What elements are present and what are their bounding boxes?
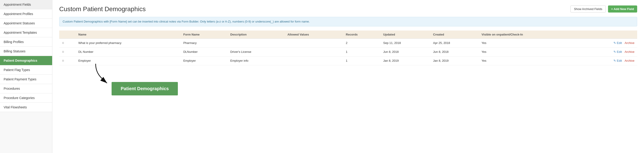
sidebar-item-patient-demographics[interactable]: Patient Demographics bbox=[0, 56, 52, 65]
row-allowed-values bbox=[285, 38, 343, 47]
row-name: DL Number bbox=[76, 47, 180, 56]
sidebar-item-billing-profiles[interactable]: Billing Profiles bbox=[0, 37, 52, 47]
toolbar: Show Archived Fields + Add New Field bbox=[570, 6, 637, 12]
table-row: ≡ Employer Employer Employer info 1 Jan … bbox=[59, 56, 637, 65]
annotation-label: Patient Demographics bbox=[112, 82, 178, 96]
drag-handle[interactable]: ≡ bbox=[59, 47, 76, 56]
table-header: Name Form Name Description Allowed Value… bbox=[59, 30, 637, 39]
sidebar-item-procedures[interactable]: Procedures bbox=[0, 84, 52, 93]
row-visible: Yes bbox=[479, 47, 580, 56]
col-drag bbox=[59, 30, 76, 39]
row-allowed-values bbox=[285, 47, 343, 56]
archive-button[interactable]: Archive bbox=[625, 50, 634, 54]
info-box: Custom Patient Demographics with [Form N… bbox=[59, 17, 637, 26]
demographics-table: Name Form Name Description Allowed Value… bbox=[59, 30, 637, 65]
edit-button[interactable]: ✎ Edit bbox=[614, 59, 622, 62]
row-records: 1 bbox=[343, 56, 380, 65]
row-visible: Yes bbox=[479, 56, 580, 65]
row-description bbox=[228, 38, 285, 47]
row-visible: Yes bbox=[479, 38, 580, 47]
row-form-name: DLNumber bbox=[180, 47, 228, 56]
row-name: Employer bbox=[76, 56, 180, 65]
page-title: Custom Patient Demographics bbox=[59, 6, 637, 13]
main-content: Custom Patient Demographics Show Archive… bbox=[52, 0, 644, 153]
drag-handle[interactable]: ≡ bbox=[59, 56, 76, 65]
drag-handle[interactable]: ≡ bbox=[59, 38, 76, 47]
row-form-name: Pharmacy bbox=[180, 38, 228, 47]
sidebar-item-appointment-fields[interactable]: Appointment Fields bbox=[0, 0, 52, 9]
sidebar-item-appointment-statuses[interactable]: Appointment Statuses bbox=[0, 19, 52, 28]
row-updated: Jun 8, 2018 bbox=[380, 47, 430, 56]
row-records: 1 bbox=[343, 47, 380, 56]
table-row: ≡ DL Number DLNumber Driver's License 1 … bbox=[59, 47, 637, 56]
col-form-name: Form Name bbox=[180, 30, 228, 39]
row-created: Jan 8, 2019 bbox=[430, 56, 479, 65]
col-allowed-values: Allowed Values bbox=[285, 30, 343, 39]
row-name: What is your preferred pharmacy bbox=[76, 38, 180, 47]
row-created: Jun 8, 2018 bbox=[430, 47, 479, 56]
show-archived-button[interactable]: Show Archived Fields bbox=[570, 6, 606, 12]
table-body: ≡ What is your preferred pharmacy Pharma… bbox=[59, 38, 637, 65]
archive-button[interactable]: Archive bbox=[625, 41, 634, 44]
col-description: Description bbox=[228, 30, 285, 39]
arrow-annotation bbox=[82, 64, 114, 85]
col-name: Name bbox=[76, 30, 180, 39]
row-actions: ✎ Edit Archive bbox=[580, 56, 637, 65]
row-form-name: Employer bbox=[180, 56, 228, 65]
table-row: ≡ What is your preferred pharmacy Pharma… bbox=[59, 38, 637, 47]
row-allowed-values bbox=[285, 56, 343, 65]
edit-button[interactable]: ✎ Edit bbox=[614, 50, 622, 54]
row-updated: Jan 8, 2019 bbox=[380, 56, 430, 65]
col-created: Created bbox=[430, 30, 479, 39]
row-description: Employer info bbox=[228, 56, 285, 65]
archive-button[interactable]: Archive bbox=[625, 59, 634, 62]
row-actions: ✎ Edit Archive bbox=[580, 47, 637, 56]
sidebar-item-vital-flowsheets[interactable]: Vital Flowsheets bbox=[0, 103, 52, 112]
row-created: Apr 25, 2018 bbox=[430, 38, 479, 47]
sidebar-item-billing-statuses[interactable]: Billing Statuses bbox=[0, 47, 52, 56]
col-records: Records bbox=[343, 30, 380, 39]
row-updated: Sep 11, 2018 bbox=[380, 38, 430, 47]
sidebar-item-appointment-profiles[interactable]: Appointment Profiles bbox=[0, 9, 52, 19]
row-description: Driver's License bbox=[228, 47, 285, 56]
edit-button[interactable]: ✎ Edit bbox=[614, 41, 622, 44]
col-actions bbox=[580, 30, 637, 39]
row-records: 2 bbox=[343, 38, 380, 47]
row-actions: ✎ Edit Archive bbox=[580, 38, 637, 47]
sidebar-item-patient-payment-types[interactable]: Patient Payment Types bbox=[0, 75, 52, 84]
sidebar: Appointment FieldsAppointment ProfilesAp… bbox=[0, 0, 52, 153]
col-updated: Updated bbox=[380, 30, 430, 39]
col-visible: Visible on onpatient/Check-In bbox=[479, 30, 580, 39]
sidebar-item-procedure-categories[interactable]: Procedure Categories bbox=[0, 93, 52, 103]
sidebar-item-patient-flag-types[interactable]: Patient Flag Types bbox=[0, 65, 52, 75]
sidebar-item-appointment-templates[interactable]: Appointment Templates bbox=[0, 28, 52, 37]
add-new-field-button[interactable]: + Add New Field bbox=[608, 6, 637, 12]
